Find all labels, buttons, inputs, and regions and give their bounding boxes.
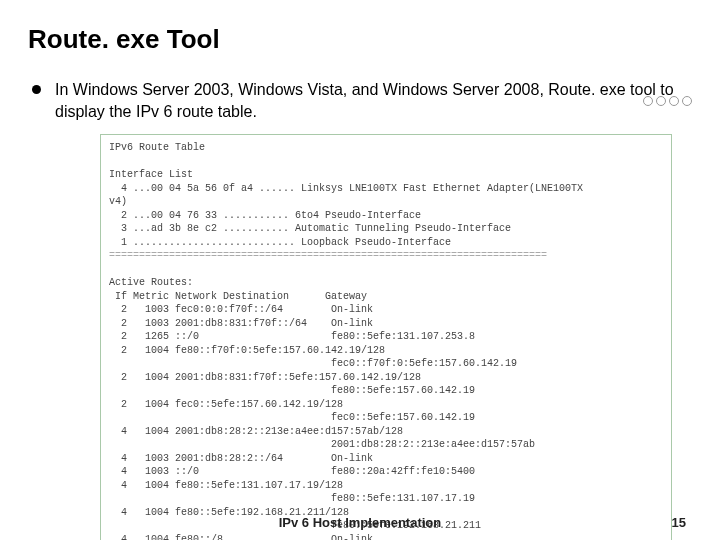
bullet-item: In Windows Server 2003, Windows Vista, a… <box>28 79 692 122</box>
bullet-text: In Windows Server 2003, Windows Vista, a… <box>55 79 692 122</box>
decorative-circles <box>643 96 692 106</box>
footer-text: IPv 6 Host Implementation <box>0 515 720 530</box>
bullet-dot-icon <box>32 85 41 94</box>
page-title: Route. exe Tool <box>28 24 692 55</box>
page-number: 15 <box>672 515 686 530</box>
command-output-box: IPv6 Route Table Interface List 4 ...00 … <box>100 134 672 540</box>
